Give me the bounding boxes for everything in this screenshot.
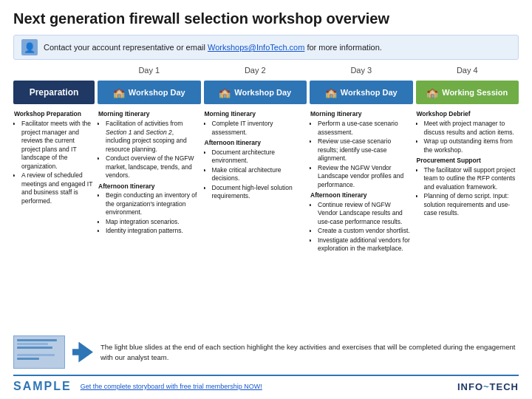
day3-morning-list: Perform a use-case scenario assessment. …: [310, 120, 412, 189]
col-header-day3: 🏫 Workshop Day: [310, 81, 413, 104]
workshop-icon-day1: 🏫: [113, 87, 125, 98]
footer-link[interactable]: Get the complete storyboard with free tr…: [81, 383, 457, 390]
list-item: Make critical architecture decisions.: [212, 166, 307, 183]
day4-debrief-title: Workshop Debrief: [417, 110, 519, 118]
content-day2: Morning Itinerary Complete IT inventory …: [204, 109, 307, 330]
page: Next generation firewall selection works…: [0, 0, 532, 399]
days-header: Day 1 Day 2 Day 3 Day 4: [13, 66, 519, 76]
list-item: Wrap up outstanding items from the works…: [424, 137, 519, 154]
list-item: The facilitator will support project tea…: [424, 166, 519, 191]
day-4-label: Day 4: [416, 66, 519, 76]
working-icon-day4: 🏫: [426, 87, 438, 98]
day-1-label: Day 1: [98, 66, 201, 76]
col-header-day4: 🏫 Working Session: [416, 81, 519, 104]
content-grid: Workshop Preparation Facilitator meets w…: [13, 109, 519, 330]
day2-label: Workshop Day: [234, 88, 291, 97]
preparation-label: Preparation: [30, 87, 79, 98]
day-3-label: Day 3: [310, 66, 413, 76]
day1-morning-list: Facilitation of activities from Section …: [98, 120, 200, 180]
bottom-text: The light blue slides at the end of each…: [100, 342, 519, 362]
list-item: Complete IT inventory assessment.: [212, 120, 307, 137]
list-item: Review use-case scenario results; identi…: [318, 137, 412, 163]
day3-afternoon-list: Continue review of NGFW Vendor Landscape…: [310, 201, 412, 253]
day1-label: Workshop Day: [129, 88, 185, 97]
day4-label: Working Session: [442, 88, 508, 97]
logo-text: INFO~TECH: [457, 381, 519, 392]
day4-debrief-list: Meet with project manager to discuss res…: [417, 120, 519, 154]
logo-area: INFO~TECH: [457, 381, 519, 392]
day1-afternoon-title: Afternoon Itinerary: [98, 183, 200, 191]
list-item: Facilitation of activities from Section …: [106, 120, 200, 154]
day2-afternoon-title: Afternoon Itinerary: [205, 139, 307, 147]
list-item: Map integration scenarios.: [106, 218, 200, 226]
day3-afternoon-title: Afternoon Itinerary: [310, 191, 412, 200]
list-item: Conduct overview of the NGFW market, lan…: [106, 154, 200, 180]
day1-morning-title: Morning Itinerary: [98, 110, 200, 118]
day1-afternoon-list: Begin conducting an inventory of the org…: [98, 191, 200, 235]
day2-afternoon-list: Document architecture environment. Make …: [205, 149, 307, 201]
list-item: A review of scheduled meetings and engag…: [21, 171, 94, 205]
day3-label: Workshop Day: [341, 88, 398, 97]
person-icon: 👤: [21, 39, 38, 55]
arrow-icon: [72, 342, 93, 363]
list-item: Create a custom vendor shortlist.: [318, 227, 412, 235]
workshop-icon-day2: 🏫: [219, 87, 231, 98]
contact-email[interactable]: Workshops@InfoTech.com: [208, 43, 304, 52]
workshop-icon-day3: 🏫: [325, 87, 337, 98]
day-2-label: Day 2: [204, 66, 307, 76]
col-header-day1: 🏫 Workshop Day: [98, 81, 201, 104]
list-item: Perform a use-case scenario assessment.: [318, 120, 412, 137]
list-item: Investigate additional vendors for explo…: [318, 236, 412, 253]
day4-procurement-title: Procurement Support: [417, 157, 519, 165]
content-day1: Morning Itinerary Facilitation of activi…: [98, 109, 201, 330]
day2-morning-title: Morning Itinerary: [205, 110, 307, 118]
list-item: Planning of demo script. Input: solution…: [424, 192, 519, 217]
prep-title: Workshop Preparation: [14, 110, 94, 118]
col-headers: Preparation 🏫 Workshop Day 🏫 Workshop Da…: [13, 81, 519, 104]
footer: SAMPLE Get the complete storyboard with …: [13, 375, 519, 393]
list-item: Identity integration patterns.: [106, 227, 200, 235]
col-header-day2: 🏫 Workshop Day: [204, 81, 307, 104]
contact-text: Contact your account representative or e…: [44, 43, 382, 52]
content-day4: Workshop Debrief Meet with project manag…: [416, 109, 519, 330]
prep-list: Facilitator meets with the project manag…: [14, 120, 94, 205]
content-preparation: Workshop Preparation Facilitator meets w…: [13, 109, 95, 330]
day2-morning-list: Complete IT inventory assessment.: [205, 120, 307, 137]
list-item: Document high-level solution requirement…: [212, 184, 307, 201]
list-item: Facilitator meets with the project manag…: [21, 120, 94, 171]
bottom-row: The light blue slides at the end of each…: [13, 335, 519, 369]
page-title: Next generation firewall selection works…: [13, 10, 519, 27]
col-header-preparation: Preparation: [13, 81, 95, 104]
day3-morning-title: Morning Itinerary: [310, 110, 412, 118]
content-day3: Morning Itinerary Perform a use-case sce…: [310, 109, 413, 330]
thumbnail: [13, 335, 65, 369]
list-item: Document architecture environment.: [212, 149, 307, 166]
list-item: Begin conducting an inventory of the org…: [106, 191, 200, 216]
list-item: Meet with project manager to discuss res…: [424, 120, 519, 137]
list-item: Review the NGFW Vendor Landscape vendor …: [318, 164, 412, 189]
list-item: Continue review of NGFW Vendor Landscape…: [318, 201, 412, 226]
sample-label: SAMPLE: [13, 380, 72, 393]
day4-procurement-list: The facilitator will support project tea…: [417, 166, 519, 218]
contact-bar: 👤 Contact your account representative or…: [13, 35, 519, 60]
